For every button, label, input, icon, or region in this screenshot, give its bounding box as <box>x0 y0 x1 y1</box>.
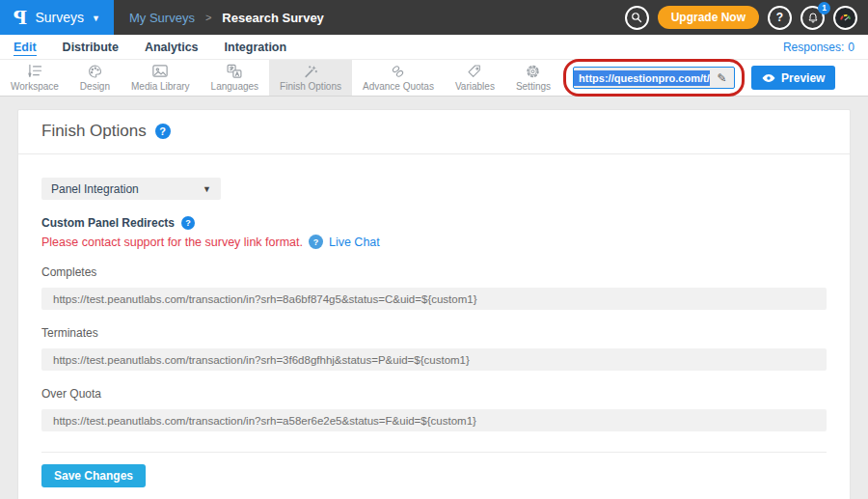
design-palette-icon <box>87 63 103 79</box>
divider <box>41 452 827 453</box>
bell-icon <box>807 12 819 24</box>
survey-url-widget: https://questionpro.com/t/A ✎ <box>573 67 735 89</box>
product-switcher[interactable]: P Surveys ▼ <box>0 0 114 35</box>
over-quota-label: Over Quota <box>41 387 827 401</box>
toolbar-item-label: Workspace <box>11 81 59 92</box>
custom-panel-redirects-heading: Custom Panel Redirects ? <box>41 216 827 230</box>
account-avatar[interactable] <box>833 6 857 30</box>
responses-value: 0 <box>848 41 854 54</box>
finish-options-wand-icon <box>303 63 319 79</box>
over-quota-url-input[interactable] <box>41 409 827 431</box>
languages-icon <box>226 63 243 79</box>
media-library-icon <box>151 63 169 79</box>
questionpro-logo-icon: P <box>14 7 27 28</box>
toolbar-item-design[interactable]: Design <box>69 60 121 96</box>
live-chat-icon[interactable]: ? <box>309 235 323 249</box>
toolbar-item-workspace[interactable]: Workspace <box>0 60 69 96</box>
completes-url-input[interactable] <box>41 288 827 310</box>
survey-nav-row: Edit Distribute Analytics Integration Re… <box>0 35 868 60</box>
toolbar-item-settings[interactable]: Settings <box>505 60 561 96</box>
support-warning-text: Please contact support for the survey li… <box>41 236 303 249</box>
upgrade-now-button[interactable]: Upgrade Now <box>658 6 759 29</box>
preview-label: Preview <box>781 71 825 85</box>
top-bar: P Surveys ▼ My Surveys > Research Survey… <box>0 0 868 35</box>
card-body: Panel Integration ▼ Custom Panel Redirec… <box>18 154 850 499</box>
notification-badge: 1 <box>818 2 830 14</box>
terminates-field-group: Terminates <box>41 326 827 371</box>
terminates-label: Terminates <box>41 326 827 340</box>
dropdown-selected-value: Panel Integration <box>51 182 139 196</box>
finish-options-card: Finish Options ? Panel Integration ▼ Cus… <box>17 109 851 499</box>
gauge-logo-icon <box>838 11 853 25</box>
completes-label: Completes <box>41 265 827 279</box>
tab-analytics[interactable]: Analytics <box>145 39 199 56</box>
workspace-icon <box>26 63 43 79</box>
toolbar-item-variables[interactable]: Variables <box>445 60 505 96</box>
advance-quotas-links-icon <box>390 63 406 79</box>
toolbar-item-label: Media Library <box>131 81 190 92</box>
question-mark-icon: ? <box>776 11 783 24</box>
live-chat-link[interactable]: Live Chat <box>329 236 380 249</box>
tab-integration[interactable]: Integration <box>225 39 287 56</box>
breadcrumb: My Surveys > Research Survey <box>129 0 324 35</box>
toolbar-item-label: Advance Quotas <box>363 81 434 92</box>
completes-field-group: Completes <box>41 265 827 310</box>
tab-edit[interactable]: Edit <box>14 39 37 56</box>
preview-button[interactable]: Preview <box>751 66 835 90</box>
toolbar-item-media-library[interactable]: Media Library <box>121 60 201 96</box>
variables-tag-icon <box>467 63 482 79</box>
breadcrumb-separator: > <box>205 12 211 23</box>
edit-url-pencil-icon[interactable]: ✎ <box>710 71 734 85</box>
toolbar-item-label: Languages <box>211 81 259 92</box>
finish-options-help-icon[interactable]: ? <box>155 124 171 139</box>
survey-url-field[interactable]: https://questionpro.com/t/A ✎ <box>573 67 735 89</box>
survey-url-selected-text: https://questionpro.com/t/A <box>574 70 710 86</box>
breadcrumb-current-survey: Research Survey <box>222 11 324 25</box>
toolbar-item-label: Settings <box>516 81 551 92</box>
redirects-help-icon[interactable]: ? <box>181 216 195 230</box>
over-quota-field-group: Over Quota <box>41 387 827 431</box>
support-warning-row: Please contact support for the survey li… <box>41 235 827 249</box>
toolbar-item-languages[interactable]: Languages <box>201 60 270 96</box>
chevron-down-icon: ▼ <box>92 12 100 23</box>
responses-label: Responses: <box>783 41 844 54</box>
card-header: Finish Options ? <box>18 110 850 154</box>
page-title: Finish Options <box>41 122 147 141</box>
search-icon <box>631 12 642 23</box>
survey-tabs: Edit Distribute Analytics Integration <box>14 39 286 56</box>
notifications-button[interactable]: 1 <box>800 6 825 30</box>
eye-icon <box>762 73 775 83</box>
toolbar-item-label: Variables <box>455 81 495 92</box>
tab-distribute[interactable]: Distribute <box>63 39 119 56</box>
topbar-actions: Upgrade Now ? 1 <box>625 0 868 35</box>
settings-gear-icon <box>525 63 541 79</box>
toolbar-item-label: Finish Options <box>280 81 341 92</box>
section-heading-text: Custom Panel Redirects <box>41 216 175 230</box>
toolbar-item-label: Design <box>80 81 110 92</box>
panel-integration-dropdown[interactable]: Panel Integration ▼ <box>41 178 221 200</box>
main-content: Finish Options ? Panel Integration ▼ Cus… <box>0 97 868 499</box>
product-name: Surveys <box>35 10 84 25</box>
help-button[interactable]: ? <box>768 6 792 30</box>
save-changes-button[interactable]: Save Changes <box>41 464 146 487</box>
toolbar-item-finish-options[interactable]: Finish Options <box>269 60 352 96</box>
terminates-url-input[interactable] <box>41 348 827 371</box>
search-button[interactable] <box>625 6 649 30</box>
breadcrumb-my-surveys[interactable]: My Surveys <box>129 11 195 25</box>
toolbar-item-advance-quotas[interactable]: Advance Quotas <box>352 60 445 96</box>
responses-counter[interactable]: Responses: 0 <box>783 41 854 54</box>
edit-toolbar: Workspace Design Media Library Languages… <box>0 60 868 97</box>
chevron-down-icon: ▼ <box>203 184 211 194</box>
